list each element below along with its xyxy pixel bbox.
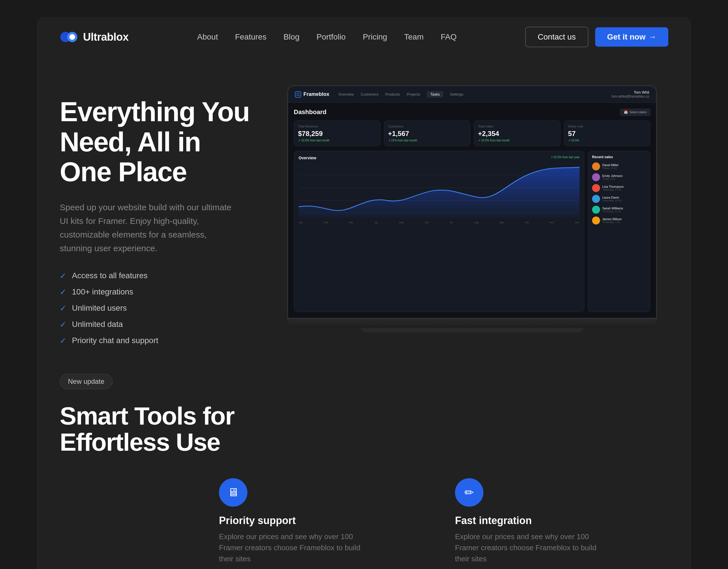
dashboard-ui: Frameblox Overview Customers Products Pr… bbox=[288, 86, 656, 318]
nav-link-features[interactable]: Features bbox=[235, 32, 266, 42]
logo-area: Ultrablox bbox=[60, 31, 129, 43]
nav-link-team[interactable]: Team bbox=[404, 32, 423, 42]
stat-change-sales-text: 10.5% from last month bbox=[481, 139, 510, 142]
new-update-badge: New update bbox=[60, 374, 668, 403]
dashboard-logo: Frameblox bbox=[295, 91, 329, 98]
stat-card-customers: Customers +1,567 ↗ 21% from last month bbox=[384, 120, 471, 146]
monitor-icon: 🖥 bbox=[227, 486, 239, 499]
contact-button[interactable]: Contact us bbox=[525, 27, 588, 47]
date-select-button[interactable]: 📅 Select dates bbox=[620, 109, 650, 116]
recent-item-5: Sarah Williams Yesterday, 12:30 bbox=[592, 206, 646, 214]
chart-label-may: May bbox=[399, 221, 404, 224]
stat-change-customers: ↗ 21% from last month bbox=[388, 139, 466, 142]
dashboard-content: Dashboard 📅 Select dates bbox=[288, 103, 656, 318]
recent-person-4-info: Laura Davis Yesterday, 15:09 bbox=[602, 196, 621, 202]
feature-list: ✓ Access to all features ✓ 100+ integrat… bbox=[60, 271, 253, 346]
laptop-foot bbox=[361, 328, 583, 332]
avatar-emily bbox=[592, 173, 600, 181]
dashboard-user: Tom Whit tom.white@frameblox.co bbox=[612, 90, 649, 98]
stat-change-active: ↗ 10.5% bbox=[568, 139, 646, 142]
trend-up-icon-2: ↗ bbox=[388, 139, 390, 142]
integration-icon-circle: ✏ bbox=[455, 478, 483, 507]
recent-sales-card: Recent sales David Miller Today, 10:34 bbox=[588, 151, 650, 312]
feature-label-1: Access to all features bbox=[72, 271, 148, 280]
chart-label-dec: Dec bbox=[575, 221, 580, 224]
chart-label-nov: Nov bbox=[550, 221, 554, 224]
recent-sales-title: Recent sales bbox=[592, 155, 646, 159]
chart-label-apr: Apr bbox=[374, 221, 378, 224]
dashboard-bottom-row: Overview ↗ 23.5% from last year bbox=[294, 151, 650, 312]
priority-icon-circle: 🖥 bbox=[219, 478, 247, 507]
person-name-1: David Miller bbox=[602, 163, 619, 167]
person-time-3: Yesterday, 17:04 bbox=[602, 188, 624, 191]
nav-link-about[interactable]: About bbox=[197, 32, 218, 42]
stat-change-sales: ↗ 10.5% from last month bbox=[478, 139, 556, 142]
person-name-2: Emily Johnson bbox=[602, 174, 623, 177]
dashboard-logo-icon bbox=[295, 91, 301, 98]
check-icon-2: ✓ bbox=[60, 288, 66, 297]
recent-person-6-info: James Wilson Yesterday, 7:40 bbox=[602, 217, 622, 223]
stat-label-revenue: Total Revenue bbox=[298, 125, 376, 128]
recent-person-5-info: Sarah Williams Yesterday, 12:30 bbox=[602, 206, 623, 213]
feature-card-integration: ✏ Fast integration Explore our prices an… bbox=[455, 478, 668, 564]
logo-text: Ultrablox bbox=[83, 31, 129, 43]
recent-item-6: James Wilson Yesterday, 7:40 bbox=[592, 216, 646, 224]
fast-integration-desc: Explore our prices and see why over 100 … bbox=[455, 531, 603, 564]
dashboard-user-email: tom.white@frameblox.co bbox=[612, 94, 649, 98]
stat-label-customers: Customers bbox=[388, 125, 466, 128]
avatar-lisa bbox=[592, 184, 600, 192]
trend-up-icon: ↗ bbox=[298, 139, 300, 142]
hero-left: Everything You Need, All in One Place Sp… bbox=[60, 80, 253, 346]
chart-label-mar: Mar bbox=[349, 221, 353, 224]
stat-card-sales: Total Sales +2,354 ↗ 10.5% from last mon… bbox=[474, 120, 561, 146]
priority-support-desc: Explore our prices and see why over 100 … bbox=[219, 531, 367, 564]
db-nav-overview[interactable]: Overview bbox=[338, 92, 354, 96]
recent-item-3: Lisa Thompson Yesterday, 17:04 bbox=[592, 184, 646, 192]
chart-label-jul: Jul bbox=[450, 221, 453, 224]
get-now-button[interactable]: Get it now → bbox=[595, 27, 668, 47]
chart-label-oct: Oct bbox=[525, 221, 529, 224]
chart-trend-icon: ↗ bbox=[551, 156, 553, 159]
chart-label-sep: Sep bbox=[499, 221, 504, 224]
stats-row: Total Revenue $78,259 ↗ 10.8% from last … bbox=[294, 120, 650, 146]
laptop-screen: Frameblox Overview Customers Products Pr… bbox=[287, 85, 657, 319]
db-nav-products[interactable]: Products bbox=[385, 92, 400, 96]
arrow-icon: → bbox=[648, 32, 656, 42]
chart-label-feb: Feb bbox=[324, 221, 328, 224]
hero-right: Frameblox Overview Customers Products Pr… bbox=[276, 80, 668, 332]
laptop-base bbox=[287, 319, 657, 328]
fast-integration-title: Fast integration bbox=[455, 515, 668, 527]
chart-title: Overview bbox=[299, 156, 580, 160]
stat-value-sales: +2,354 bbox=[478, 130, 556, 138]
person-name-3: Lisa Thompson bbox=[602, 185, 624, 188]
hero-section: Everything You Need, All in One Place Sp… bbox=[37, 57, 691, 346]
page-wrapper: Ultrablox About Features Blog Portfolio … bbox=[0, 17, 728, 569]
stat-label-active: Active now bbox=[568, 125, 646, 128]
trend-up-icon-3: ↗ bbox=[478, 139, 480, 142]
recent-item-2: Emily Johnson Today, 8:49 bbox=[592, 173, 646, 181]
stat-label-sales: Total Sales bbox=[478, 125, 556, 128]
hero-title: Everything You Need, All in One Place bbox=[60, 97, 253, 187]
chart-svg bbox=[299, 162, 580, 219]
avatar-james bbox=[592, 216, 600, 224]
db-nav-settings[interactable]: Settings bbox=[450, 92, 464, 96]
nav-link-faq[interactable]: FAQ bbox=[441, 32, 457, 42]
check-icon-4: ✓ bbox=[60, 320, 66, 329]
recent-person-2-info: Emily Johnson Today, 8:49 bbox=[602, 174, 623, 180]
feature-label-2: 100+ integrations bbox=[72, 288, 133, 297]
recent-item-4: Laura Davis Yesterday, 15:09 bbox=[592, 195, 646, 203]
hero-description: Speed up your website build with our ult… bbox=[60, 200, 236, 255]
chart-labels: Jan Feb Mar Apr May Jun Jul Aug bbox=[299, 221, 580, 224]
nav-link-blog[interactable]: Blog bbox=[284, 32, 299, 42]
avatar-laura bbox=[592, 195, 600, 203]
db-nav-projects[interactable]: Projects bbox=[407, 92, 420, 96]
db-nav-customers[interactable]: Customers bbox=[361, 92, 379, 96]
dashboard-nav: Overview Customers Products Projects Tas… bbox=[338, 91, 603, 98]
dashboard-brand-name: Frameblox bbox=[303, 91, 329, 97]
stat-change-active-text: 10.5% bbox=[571, 139, 579, 142]
db-nav-tasks[interactable]: Tasks bbox=[427, 91, 443, 98]
laptop-mockup: Frameblox Overview Customers Products Pr… bbox=[287, 85, 657, 332]
nav-link-portfolio[interactable]: Portfolio bbox=[317, 32, 346, 42]
feature-item-2: ✓ 100+ integrations bbox=[60, 288, 253, 297]
nav-link-pricing[interactable]: Pricing bbox=[363, 32, 387, 42]
